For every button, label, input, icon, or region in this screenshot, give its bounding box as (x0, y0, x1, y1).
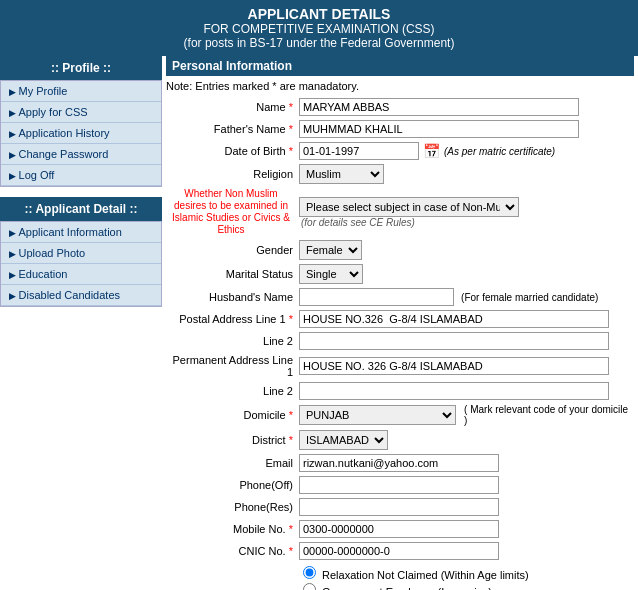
mobile-value-cell (296, 518, 634, 540)
permanent-line2-value-cell (296, 380, 634, 402)
permanent-line1-input[interactable] (299, 357, 609, 375)
district-row: District * ISLAMABAD LAHORE KARACHI (166, 428, 634, 452)
phone-res-label: Phone(Res) (166, 496, 296, 518)
section-header: Personal Information (166, 56, 634, 76)
postal-line2-value-cell (296, 330, 634, 352)
district-label: District * (166, 428, 296, 452)
email-label: Email (166, 452, 296, 474)
dob-input[interactable] (299, 142, 419, 160)
religion-row: Religion Muslim Non-Muslim (166, 162, 634, 186)
sidebar-item-applicant-info[interactable]: Applicant Information (1, 222, 161, 243)
relaxation-option-0[interactable]: Relaxation Not Claimed (Within Age limit… (303, 566, 631, 581)
applicant-section: :: Applicant Detail :: Applicant Informa… (0, 197, 162, 307)
relaxation-options: Relaxation Not Claimed (Within Age limit… (299, 566, 631, 590)
email-value-cell (296, 452, 634, 474)
dob-label: Date of Birth * (166, 140, 296, 162)
name-row: Name * (166, 96, 634, 118)
marital-value-cell: Single Married (296, 262, 634, 286)
relaxation-radio-0[interactable] (303, 566, 316, 579)
husband-row: Husband's Name (For female married candi… (166, 286, 634, 308)
name-input[interactable] (299, 98, 579, 116)
relaxation-radio-1[interactable] (303, 583, 316, 590)
applicant-header: :: Applicant Detail :: (0, 197, 162, 221)
husband-label: Husband's Name (166, 286, 296, 308)
religion-value-cell: Muslim Non-Muslim (296, 162, 634, 186)
non-muslim-select[interactable]: Please select subject in case of Non-Mus… (299, 197, 519, 217)
name-label: Name * (166, 96, 296, 118)
sidebar-item-apply-css[interactable]: Apply for CSS (1, 102, 161, 123)
phone-res-input[interactable] (299, 498, 499, 516)
page-subtitle: FOR COMPETITIVE EXAMINATION (CSS) (4, 22, 634, 36)
phone-off-input[interactable] (299, 476, 499, 494)
domicile-select[interactable]: PUNJAB SINDH KPK BALOCHISTAN ISLAMABAD (299, 405, 456, 425)
domicile-note: ( Mark relevant code of your domicile ) (464, 404, 631, 426)
profile-section: :: Profile :: My Profile Apply for CSS A… (0, 56, 162, 187)
fathers-name-label: Father's Name * (166, 118, 296, 140)
postal-line1-value-cell (296, 308, 634, 330)
profile-nav: My Profile Apply for CSS Application His… (0, 80, 162, 187)
permanent-line2-row: Line 2 (166, 380, 634, 402)
page-sub2: (for posts in BS-17 under the Federal Go… (4, 36, 634, 50)
postal-line1-row: Postal Address Line 1 * (166, 308, 634, 330)
cnic-label: CNIC No. * (166, 540, 296, 562)
sidebar-item-disabled[interactable]: Disabled Candidates (1, 285, 161, 306)
gender-value-cell: Female Male (296, 238, 634, 262)
domicile-label: Domicile * (166, 402, 296, 428)
marital-label: Marital Status (166, 262, 296, 286)
husband-value-cell: (For female married candidate) (296, 286, 634, 308)
non-muslim-row: Whether Non Muslim desires to be examine… (166, 186, 634, 238)
phone-off-row: Phone(Off) (166, 474, 634, 496)
postal-line2-label: Line 2 (166, 330, 296, 352)
age-relaxation-label: Age Relaxation (166, 562, 296, 590)
phone-off-label: Phone(Off) (166, 474, 296, 496)
fathers-name-row: Father's Name * (166, 118, 634, 140)
sidebar-item-upload-photo[interactable]: Upload Photo (1, 243, 161, 264)
postal-line1-label: Postal Address Line 1 * (166, 308, 296, 330)
gender-select[interactable]: Female Male (299, 240, 362, 260)
calendar-icon[interactable]: 📅 (423, 143, 440, 159)
district-select[interactable]: ISLAMABAD LAHORE KARACHI (299, 430, 388, 450)
ce-rules-note: (for details see CE Rules) (301, 217, 631, 228)
age-relaxation-row: Age Relaxation Relaxation Not Claimed (W… (166, 562, 634, 590)
permanent-line2-label: Line 2 (166, 380, 296, 402)
sidebar-item-app-history[interactable]: Application History (1, 123, 161, 144)
mobile-row: Mobile No. * (166, 518, 634, 540)
sidebar-item-change-password[interactable]: Change Password (1, 144, 161, 165)
non-muslim-value-cell: Please select subject in case of Non-Mus… (296, 186, 634, 238)
domicile-value-cell: PUNJAB SINDH KPK BALOCHISTAN ISLAMABAD (… (296, 402, 634, 428)
marital-row: Marital Status Single Married (166, 262, 634, 286)
email-input[interactable] (299, 454, 499, 472)
gender-row: Gender Female Male (166, 238, 634, 262)
phone-off-value-cell (296, 474, 634, 496)
postal-line1-input[interactable] (299, 310, 609, 328)
email-row: Email (166, 452, 634, 474)
name-value-cell (296, 96, 634, 118)
cnic-row: CNIC No. * (166, 540, 634, 562)
content-area: Personal Information Note: Entries marke… (162, 56, 638, 590)
fathers-name-input[interactable] (299, 120, 579, 138)
religion-select[interactable]: Muslim Non-Muslim (299, 164, 384, 184)
page-title: APPLICANT DETAILS (4, 6, 634, 22)
domicile-row: Domicile * PUNJAB SINDH KPK BALOCHISTAN … (166, 402, 634, 428)
sidebar-item-my-profile[interactable]: My Profile (1, 81, 161, 102)
sidebar-item-logoff[interactable]: Log Off (1, 165, 161, 186)
relaxation-option-1[interactable]: Government Employee (In service) (303, 583, 631, 590)
fathers-name-value-cell (296, 118, 634, 140)
postal-line2-input[interactable] (299, 332, 609, 350)
husband-note: (For female married candidate) (461, 292, 598, 303)
permanent-line1-value-cell (296, 352, 634, 380)
mobile-input[interactable] (299, 520, 499, 538)
sidebar-item-education[interactable]: Education (1, 264, 161, 285)
cnic-input[interactable] (299, 542, 499, 560)
top-header: APPLICANT DETAILS FOR COMPETITIVE EXAMIN… (0, 0, 638, 56)
non-muslim-label: Whether Non Muslim desires to be examine… (166, 186, 296, 238)
permanent-line2-input[interactable] (299, 382, 609, 400)
phone-res-value-cell (296, 496, 634, 518)
gender-label: Gender (166, 238, 296, 262)
husband-input[interactable] (299, 288, 454, 306)
permanent-line1-row: Permanent Address Line 1 (166, 352, 634, 380)
dob-value-cell: 📅 (As per matric certificate) (296, 140, 634, 162)
profile-header: :: Profile :: (0, 56, 162, 80)
marital-select[interactable]: Single Married (299, 264, 363, 284)
religion-label: Religion (166, 162, 296, 186)
